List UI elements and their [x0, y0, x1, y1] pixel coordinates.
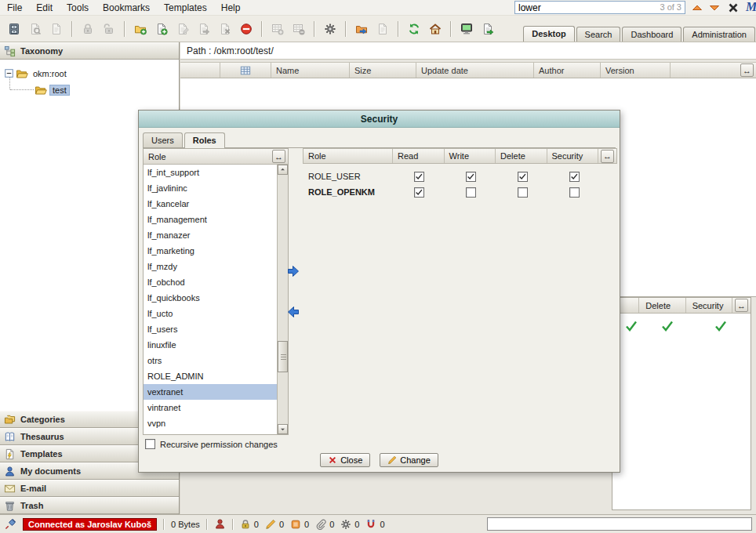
column-header-author[interactable]: Author [534, 63, 601, 78]
role-item[interactable]: lf_javlininc [144, 180, 277, 196]
add-role-icon[interactable] [287, 265, 300, 277]
gear-icon[interactable] [340, 519, 351, 530]
menu-templates[interactable]: Templates [157, 1, 214, 15]
role-item[interactable]: otrs [144, 353, 277, 368]
role-column-header[interactable]: Role [144, 149, 270, 164]
tab-roles[interactable]: Roles [184, 132, 225, 148]
scroll-thumb[interactable] [278, 341, 288, 372]
role-item[interactable]: lf_mzdy [144, 259, 277, 274]
perm-column-delete[interactable]: Delete [496, 149, 547, 163]
tree-node-root[interactable]: okm:root [31, 68, 69, 79]
status-input[interactable] [487, 517, 752, 531]
search-prev-icon[interactable] [691, 2, 703, 14]
role-item[interactable]: lf_obchod [144, 274, 277, 290]
tab-search[interactable]: Search [576, 27, 621, 42]
perm-column-write[interactable]: Write [445, 149, 496, 163]
column-header-update-date[interactable]: Update date [416, 63, 534, 78]
menu-help[interactable]: Help [214, 1, 248, 15]
perm-column-read[interactable]: Read [393, 149, 444, 163]
role-item[interactable]: lf_int_support [144, 165, 277, 180]
perm-column-security[interactable]: Security [547, 149, 598, 163]
tab-users[interactable]: Users [143, 132, 183, 147]
menu-bookmarks[interactable]: Bookmarks [96, 1, 157, 15]
magnet-icon[interactable] [365, 519, 376, 530]
role-item[interactable]: lf_ucto [144, 306, 277, 321]
role-item[interactable]: lf_quickbooks [144, 290, 277, 306]
scrollbar[interactable] [277, 165, 288, 434]
close-button[interactable]: Close [320, 453, 370, 467]
column-resize-icon[interactable]: ↔ [735, 299, 748, 312]
tab-desktop[interactable]: Desktop [523, 26, 574, 42]
lock-icon[interactable] [240, 519, 251, 530]
tree-node-test[interactable]: test [49, 85, 70, 96]
add-subscription-button[interactable] [352, 20, 371, 38]
security-dialog: Security Users Roles Role ↔ lf_int_suppo… [138, 110, 620, 473]
write-checkbox[interactable] [466, 187, 476, 198]
home-button[interactable] [426, 20, 445, 38]
role-item[interactable]: linuxfile [144, 337, 277, 353]
security-checkbox[interactable] [569, 172, 580, 182]
sidebar-panel-trash[interactable]: Trash [0, 497, 179, 514]
tab-administration[interactable]: Administration [683, 27, 755, 42]
scroll-up-icon[interactable] [278, 165, 288, 175]
collapse-icon[interactable] [5, 69, 13, 78]
scroll-down-icon[interactable] [278, 424, 288, 434]
menu-file[interactable]: File [0, 1, 29, 15]
taxonomy-header[interactable]: Taxonomy [0, 42, 179, 60]
role-item[interactable]: lf_kancelar [144, 196, 277, 212]
column-resize-icon[interactable]: ↔ [601, 150, 614, 163]
recursive-checkbox-row[interactable]: Recursive permission changes [145, 439, 278, 449]
read-checkbox[interactable] [414, 172, 424, 182]
menu-tools[interactable]: Tools [60, 1, 96, 15]
role-item[interactable]: lf_management [144, 212, 277, 227]
search-input[interactable] [514, 1, 685, 14]
recursive-checkbox[interactable] [145, 439, 155, 449]
add-document-button[interactable] [152, 20, 171, 38]
read-checkbox[interactable] [414, 187, 424, 198]
create-folder-button[interactable] [131, 20, 150, 38]
edit-document-icon [176, 23, 189, 35]
export-button[interactable] [478, 20, 497, 38]
file-cabinet-button[interactable] [5, 20, 24, 38]
column-header-name[interactable]: Name [271, 63, 350, 78]
refresh-button[interactable] [405, 20, 423, 38]
role-item[interactable]: vvpn [144, 415, 277, 431]
role-item[interactable]: ROLE_ADMIN [144, 368, 277, 384]
status-separator [206, 519, 208, 530]
column-header-delete[interactable]: Delete [639, 298, 685, 313]
column-header-size[interactable]: Size [350, 63, 416, 78]
scanner-button[interactable] [457, 20, 476, 38]
role-item[interactable]: lf_manazer [144, 227, 277, 243]
role-item[interactable]: vextranet [144, 384, 277, 400]
sidebar-panel-e-mail[interactable]: E-mail [0, 480, 179, 497]
security-checkbox[interactable] [569, 187, 580, 198]
delete-checkbox[interactable] [518, 187, 528, 198]
column-header-security[interactable]: Security [686, 298, 732, 313]
remove-role-icon[interactable] [287, 306, 300, 318]
role-item[interactable]: lf_marketing [144, 243, 277, 259]
news-icon[interactable] [290, 519, 301, 530]
clip-icon[interactable] [315, 519, 326, 530]
start-workflow-button[interactable] [321, 20, 340, 38]
tree-row-test: test [35, 83, 70, 96]
perm-column-role[interactable]: Role [303, 149, 393, 163]
role-item[interactable]: lf_users [144, 321, 277, 337]
pencil-icon[interactable] [265, 519, 276, 530]
tab-dashboard[interactable]: Dashboard [622, 27, 681, 42]
role-item[interactable]: vintranet [144, 400, 277, 415]
column-header-col1[interactable] [220, 63, 271, 78]
delete-checkbox[interactable] [518, 172, 528, 182]
user-icon[interactable] [214, 518, 226, 530]
search-next-icon[interactable] [708, 2, 721, 14]
refresh-icon [408, 23, 420, 35]
delete-button[interactable] [237, 20, 256, 38]
dialog-title[interactable]: Security [139, 111, 620, 128]
column-header-col0[interactable] [180, 63, 220, 78]
change-button[interactable]: Change [380, 453, 438, 467]
menu-edit[interactable]: Edit [29, 1, 60, 15]
column-header-version[interactable]: Version [601, 63, 671, 78]
write-checkbox[interactable] [466, 172, 476, 182]
search-close-icon[interactable] [727, 2, 740, 14]
column-resize-icon[interactable]: ↔ [740, 63, 754, 77]
column-resize-icon[interactable]: ↔ [272, 150, 285, 163]
